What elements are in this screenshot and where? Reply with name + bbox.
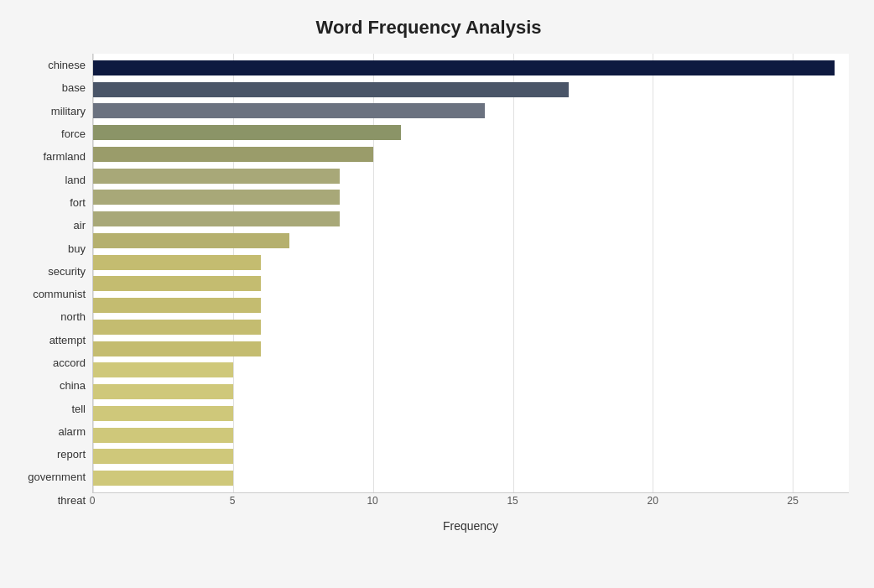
bar-row [93,81,849,99]
bar-row [93,296,849,315]
bar-row [93,469,849,487]
y-label: farmland [8,146,92,168]
bar [93,233,289,248]
bar-row [93,101,849,120]
chart-area: chinesebasemilitaryforcefarmlandlandfort… [8,54,849,533]
y-label: accord [8,352,92,374]
bar-row [93,361,849,379]
bar [93,255,261,270]
x-axis-title: Frequency [92,519,849,533]
bar-row [93,447,849,466]
bar [93,147,373,162]
bar [93,298,261,313]
x-tick: 25 [787,495,798,507]
y-label: chinese [8,55,92,76]
bar [93,341,261,356]
y-label: china [8,375,92,397]
x-tick: 10 [367,495,377,507]
y-label: base [8,77,92,99]
bar [93,103,485,118]
bar-row [93,167,849,185]
y-label: report [8,444,92,466]
y-label: military [8,100,92,122]
y-label: attempt [8,329,92,351]
bar [93,384,233,399]
y-label: air [8,215,92,237]
bar [93,362,233,377]
y-label: security [8,260,92,282]
bar [93,60,835,75]
bar-row [93,426,849,445]
bar-row [93,340,849,358]
y-label: force [8,123,92,145]
y-label: communist [8,284,92,305]
bars-wrapper: chinesebasemilitaryforcefarmlandlandfort… [8,54,849,533]
bar-row [93,382,849,401]
bar [93,320,261,335]
bar [93,428,233,443]
y-label: land [8,169,92,190]
bars-rows [93,54,849,492]
x-axis-labels: 0510152025 [92,495,849,516]
bar-row [93,188,849,206]
y-labels: chinesebasemilitaryforcefarmlandlandfort… [8,54,92,533]
bar [93,406,233,421]
bar [93,82,569,97]
bar-row [93,59,849,77]
bar-row [93,145,849,164]
x-tick: 0 [90,495,96,507]
bar [93,471,233,486]
bar [93,190,340,205]
grid-and-bars [92,54,849,493]
bar [93,449,233,464]
plot-area: 0510152025 Frequency [92,54,849,533]
bar-row [93,232,849,250]
bar-row [93,404,849,423]
bar-row [93,123,849,142]
chart-title: Word Frequency Analysis [8,17,849,39]
bar [93,276,261,291]
bar-row [93,253,849,272]
y-label: alarm [8,420,92,442]
x-tick: 20 [647,495,658,507]
y-label: buy [8,237,92,259]
bar-row [93,318,849,336]
bar-row [93,210,849,228]
bar [93,211,340,226]
bar [93,125,401,140]
bar-row [93,274,849,293]
y-label: fort [8,191,92,213]
y-label: government [8,466,92,488]
x-tick: 15 [507,495,518,507]
chart-container: Word Frequency Analysis chinesebasemilit… [0,0,874,588]
x-tick: 5 [230,495,236,507]
y-label: threat [8,489,92,511]
y-label: north [8,306,92,328]
bar [93,169,340,184]
y-label: tell [8,398,92,419]
